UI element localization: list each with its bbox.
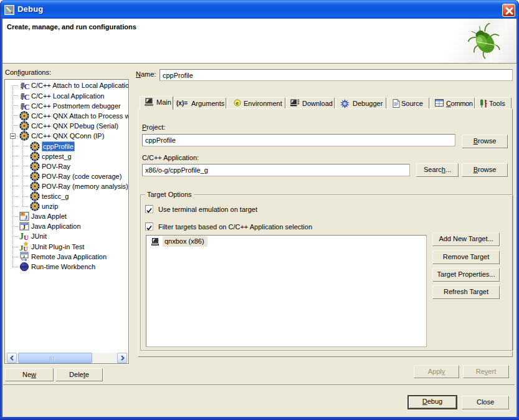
svg-text:U: U: [24, 234, 29, 241]
svg-text:C: C: [24, 82, 29, 90]
svg-text:J: J: [25, 214, 28, 221]
svg-text:J: J: [19, 232, 24, 241]
svg-text:C: C: [24, 92, 29, 101]
svg-text:C: C: [24, 102, 29, 111]
svg-text:J: J: [23, 254, 26, 259]
svg-text:J: J: [22, 224, 26, 231]
svg-text:U: U: [24, 246, 28, 252]
svg-text:e: e: [236, 100, 239, 106]
